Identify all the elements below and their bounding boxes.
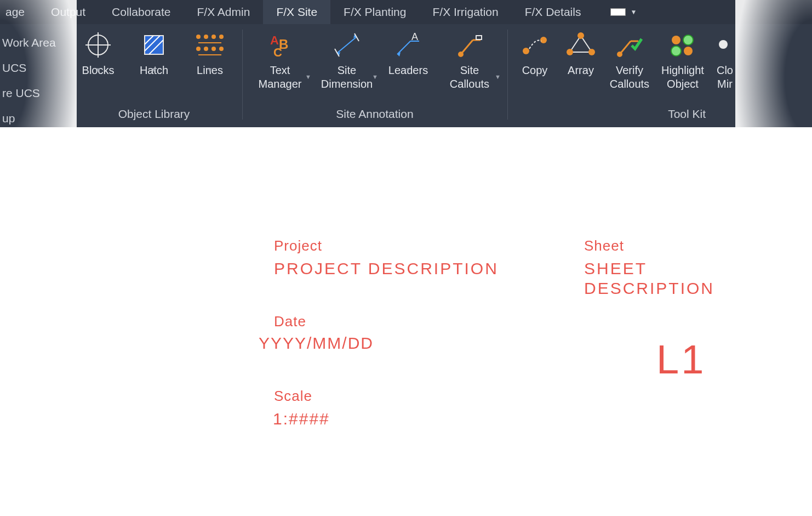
svg-rect-22	[476, 36, 482, 39]
svg-point-36	[719, 40, 728, 49]
panel-title-site-annotation: Site Annotation	[336, 107, 413, 124]
chevron-down-icon: ▼	[372, 73, 378, 81]
titleblock-project-label: Project	[274, 237, 322, 254]
titleblock-scale-value[interactable]: 1:####	[273, 410, 330, 428]
site-callouts-label-2: Callouts	[450, 77, 489, 91]
tab-fx-admin[interactable]: F/X Admin	[184, 0, 264, 24]
tab-fx-planting[interactable]: F/X Planting	[330, 0, 419, 24]
svg-point-32	[672, 36, 681, 44]
svg-line-10	[337, 37, 357, 53]
titleblock-sheet-value-2[interactable]: DESCRIPTION	[584, 279, 714, 298]
leaders-icon: A	[393, 30, 424, 60]
panel-title-object-library: Object Library	[118, 107, 190, 124]
svg-point-26	[577, 32, 584, 39]
text-manager-label-2: Manager	[259, 77, 302, 91]
array-label: Array	[568, 64, 594, 77]
left-command-column: Work Area UCS re UCS up	[0, 24, 66, 127]
lines-icon	[195, 30, 225, 60]
hatch-icon	[139, 30, 169, 60]
partial-label-1: Clo	[717, 64, 733, 77]
copy-label: Copy	[522, 64, 548, 77]
partial-button-right[interactable]: Clo Mir	[711, 27, 739, 91]
svg-point-33	[683, 35, 693, 45]
layer-color-dropdown[interactable]: ▼	[604, 0, 643, 24]
titleblock-date-label: Date	[274, 313, 306, 330]
tab-fx-details[interactable]: F/X Details	[512, 0, 594, 24]
svg-line-14	[354, 33, 359, 41]
tab-partial-manage[interactable]: age	[0, 0, 38, 24]
text-manager-icon: A B C	[265, 30, 295, 60]
text-manager-button[interactable]: A B C Text Manager ▼	[248, 27, 312, 91]
verify-callouts-label-1: Verify	[616, 64, 643, 77]
text-manager-label-1: Text	[270, 64, 290, 77]
chevron-down-icon: ▼	[495, 73, 501, 81]
chevron-down-icon: ▼	[151, 66, 157, 74]
chevron-down-icon: ▼	[405, 66, 411, 74]
svg-point-23	[523, 48, 529, 54]
panel-title-tool-kit: Tool Kit	[668, 107, 744, 124]
hatch-button[interactable]: Hatch ▼	[127, 27, 181, 77]
highlight-object-label-2: Object	[667, 77, 699, 91]
site-callouts-icon	[454, 30, 485, 60]
verify-callouts-button[interactable]: Verify Callouts	[605, 27, 654, 91]
array-icon	[565, 30, 596, 60]
panel-tool-kit: Copy Array	[507, 24, 744, 127]
svg-point-31	[617, 52, 622, 57]
highlight-object-icon	[667, 30, 698, 60]
svg-point-34	[671, 46, 681, 56]
svg-rect-3	[145, 36, 163, 54]
panel-object-library: Blocks ▼ Hatch ▼	[66, 24, 242, 127]
titleblock-sheet-number[interactable]: L1	[656, 336, 706, 383]
tab-output[interactable]: Output	[38, 0, 99, 24]
highlight-object-button[interactable]: Highlight Object	[656, 27, 709, 91]
chevron-down-icon: ▼	[207, 66, 213, 74]
svg-point-28	[567, 49, 573, 55]
titleblock-sheet-label: Sheet	[584, 237, 624, 254]
leaders-button[interactable]: A Leaders ▼	[381, 27, 435, 77]
site-callouts-button[interactable]: Site Callouts ▼	[437, 27, 502, 91]
cmd-work-area[interactable]: Work Area	[2, 36, 66, 49]
svg-point-24	[540, 37, 547, 43]
blocks-icon	[83, 30, 113, 60]
site-dimension-button[interactable]: Site Dimension ▼	[314, 27, 379, 91]
partial-icon	[710, 30, 740, 60]
highlight-object-label-1: Highlight	[661, 64, 704, 77]
site-dimension-icon	[331, 30, 362, 60]
tab-fx-site[interactable]: F/X Site	[263, 0, 330, 24]
array-button[interactable]: Array	[559, 27, 603, 77]
svg-point-21	[458, 52, 464, 57]
ribbon-tabstrip: age Output Collaborate F/X Admin F/X Sit…	[0, 0, 812, 24]
cmd-group[interactable]: up	[2, 112, 66, 125]
cmd-ucs[interactable]: UCS	[2, 61, 66, 75]
layer-swatch-icon	[610, 8, 626, 16]
svg-line-15	[397, 41, 410, 54]
site-callouts-label-1: Site	[460, 64, 479, 77]
svg-point-35	[684, 47, 693, 55]
svg-point-27	[588, 49, 595, 55]
tab-fx-irrigation[interactable]: F/X Irrigation	[419, 0, 511, 24]
titleblock-project-value[interactable]: PROJECT DESCRIPTION	[274, 259, 499, 278]
copy-icon	[519, 30, 550, 60]
svg-line-13	[335, 49, 339, 56]
blocks-button[interactable]: Blocks ▼	[71, 27, 125, 77]
verify-callouts-icon	[614, 30, 645, 60]
titleblock-date-value[interactable]: YYYY/MM/DD	[259, 334, 374, 353]
partial-label-2: Mir	[717, 77, 733, 91]
svg-line-19	[461, 40, 473, 54]
tab-collaborate[interactable]: Collaborate	[99, 0, 184, 24]
panel-site-annotation: A B C Text Manager ▼	[242, 24, 507, 127]
svg-text:A: A	[411, 32, 418, 42]
site-dimension-label-2: Dimension	[321, 77, 373, 91]
titleblock-sheet-value-1[interactable]: SHEET	[584, 259, 647, 278]
titleblock-scale-label: Scale	[274, 388, 312, 405]
chevron-down-icon: ▼	[95, 66, 101, 74]
chevron-down-icon: ▼	[630, 8, 637, 16]
chevron-down-icon: ▼	[305, 73, 311, 81]
cmd-restore-ucs[interactable]: re UCS	[2, 87, 66, 100]
verify-callouts-label-2: Callouts	[610, 77, 649, 91]
copy-button[interactable]: Copy	[513, 27, 557, 77]
lines-button[interactable]: Lines ▼	[183, 27, 237, 77]
svg-text:C: C	[273, 46, 282, 58]
site-dimension-label-1: Site	[338, 64, 356, 77]
